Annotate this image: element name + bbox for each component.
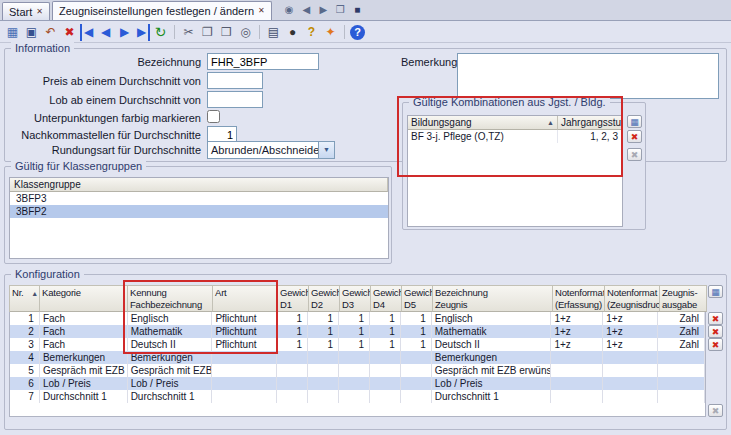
tab-close-icon[interactable]: ✕ [258, 7, 265, 15]
delete-row-icon[interactable]: ✖ [627, 130, 642, 143]
nav-next-icon[interactable]: ▶ [116, 24, 133, 41]
nav-last-icon[interactable]: ▶ [135, 24, 150, 41]
konfig-column-header[interactable]: Notenformat(Erfassung) [553, 286, 605, 312]
konfig-column-header[interactable]: BezeichnungZeugnis [433, 286, 553, 312]
tab-pin-icon[interactable]: ◉ [282, 3, 297, 17]
tab-label: Zeugniseinstellungen festlegen / ändern [59, 5, 254, 17]
table-cell: Lob / Preis [128, 377, 213, 390]
konfig-column-header[interactable]: Nr.▲ [10, 286, 40, 312]
konfig-column-header[interactable]: GewichtD4 [371, 286, 402, 312]
group-title: Information [11, 42, 74, 54]
delete-icon[interactable]: ✖ [61, 24, 78, 41]
table-cell [401, 390, 432, 403]
list-item-selected[interactable]: 3BFP2 [10, 205, 388, 218]
table-cell [212, 351, 277, 364]
konfig-column-header[interactable]: Notenformat(Zeugnisdruck) [605, 286, 660, 312]
column-header-jahrgangsstufe[interactable]: Jahrgangsstufe [558, 116, 622, 130]
table-row[interactable]: 1FachEnglischPflichtunt11111Englisch1+z1… [10, 312, 705, 325]
tab-menu-icon[interactable]: ■ [350, 3, 365, 17]
table-cell: Fach [40, 325, 128, 338]
table-row[interactable]: 5Gespräch mit EZB erwü..Gespräch mit EZB… [10, 364, 705, 377]
table-row[interactable]: 2FachMathematikPflichtunt11111Mathematik… [10, 325, 705, 338]
konfig-column-header[interactable]: GewichtD5 [402, 286, 433, 312]
nachkommastellen-label: Nachkommastellen für Durchschnitte [5, 129, 201, 141]
column-chooser-icon[interactable]: ▦ [708, 285, 723, 298]
table-cell [370, 351, 401, 364]
tab-scroll-left-icon[interactable]: ◀ [299, 3, 314, 17]
megaphone-icon[interactable]: ✦ [322, 24, 339, 41]
table-cell [308, 351, 339, 364]
delete-row-icon[interactable]: ✖ [708, 312, 723, 325]
column-header-bildungsgang[interactable]: Bildungsgang ▲ [408, 116, 558, 130]
bezeichnung-input[interactable] [207, 53, 319, 70]
bemerkung-textarea[interactable] [457, 53, 719, 99]
preis-input[interactable] [207, 72, 263, 89]
kombinationen-table: Bildungsgang ▲ Jahrgangsstufe BF 3-j. Pf… [407, 115, 623, 227]
preview-icon[interactable]: ◎ [237, 24, 254, 41]
tab-documents-icon[interactable]: ❐ [333, 3, 348, 17]
table-cell [339, 390, 370, 403]
table-cell: Zahl [658, 338, 705, 351]
table-cell: Gespräch mit EZB ... [128, 364, 213, 377]
cut-icon[interactable]: ✂ [180, 24, 197, 41]
list-item[interactable]: 3BFP3 [10, 192, 388, 205]
table-cell: 5 [10, 364, 40, 377]
print-icon[interactable]: ▤ [265, 24, 282, 41]
nav-first-icon[interactable]: ◀ [80, 24, 95, 41]
dropdown-arrow-icon[interactable]: ▼ [318, 142, 334, 158]
konfiguration-group: Konfiguration Nr.▲KategorieKennungFachbe… [4, 274, 727, 430]
konfig-column-header[interactable]: Kategorie [40, 286, 128, 312]
table-cell: 1+z [603, 338, 658, 351]
table-cell: 1 [308, 312, 339, 325]
table-row[interactable]: BF 3-j. Pflege (O,TZ) 1, 2, 3 [408, 130, 622, 143]
table-cell [339, 351, 370, 364]
table-cell [370, 377, 401, 390]
rundungsart-select[interactable]: Abrunden/Abschneiden ▼ [207, 141, 335, 159]
table-cell: 1 [401, 325, 432, 338]
table-cell: 1 [339, 325, 370, 338]
table-row[interactable]: 7Durchschnitt 1Durchschnitt 1Durchschnit… [10, 390, 705, 403]
table-row[interactable]: 3FachDeutsch IIPflichtunt11111Deutsch II… [10, 338, 705, 351]
konfig-column-header[interactable]: GewichtD3 [340, 286, 371, 312]
table-cell: 1 [277, 325, 308, 338]
help-icon[interactable]: ? [303, 24, 320, 41]
paste-icon[interactable]: ❒ [218, 24, 235, 41]
lob-label: Lob ab einem Durchschnitt von [5, 94, 201, 106]
konfig-column-header[interactable]: Art [213, 286, 278, 312]
form-view-icon[interactable]: ▦ [4, 24, 21, 41]
refresh-icon[interactable]: ↻ [152, 24, 169, 41]
about-icon[interactable]: ? [350, 25, 365, 40]
table-cell [603, 377, 658, 390]
lob-input[interactable] [207, 91, 263, 108]
column-chooser-icon[interactable]: ▦ [627, 115, 642, 128]
table-row[interactable]: 6Lob / PreisLob / PreisLob / Preis [10, 377, 705, 390]
column-header-klassengruppe[interactable]: Klassengruppe [10, 178, 388, 192]
table-cell: Englisch [432, 312, 552, 325]
table-cell: Deutsch II [432, 338, 552, 351]
table-cell [658, 377, 705, 390]
table-cell: Bemerkungen [432, 351, 552, 364]
tab-start[interactable]: Start ✕ [2, 2, 50, 20]
konfig-column-header[interactable]: GewichtD2 [309, 286, 340, 312]
undo-icon[interactable]: ↶ [42, 24, 59, 41]
nav-prev-icon[interactable]: ◀ [97, 24, 114, 41]
save-icon[interactable]: ▣ [23, 24, 40, 41]
delete-row-icon[interactable]: ✖ [708, 325, 723, 338]
table-cell [339, 377, 370, 390]
kombinationen-group: Gültige Kombinationen aus Jgst. / Bldg. … [402, 102, 646, 230]
tab-scroll-right-icon[interactable]: ▶ [316, 3, 331, 17]
sort-asc-icon: ▲ [547, 119, 554, 126]
copy-icon[interactable]: ❐ [199, 24, 216, 41]
konfig-column-header[interactable]: GewichtD1 [278, 286, 309, 312]
ellipse-icon[interactable]: ● [284, 24, 301, 41]
konfig-column-header[interactable]: Zeugnis-ausgabe [660, 286, 707, 312]
table-cell: 1 [401, 312, 432, 325]
tab-close-icon[interactable]: ✕ [36, 8, 43, 16]
table-cell: Mathematik [128, 325, 213, 338]
table-row[interactable]: 4BemerkungenBemerkungenBemerkungen [10, 351, 705, 364]
preis-label: Preis ab einem Durchschnitt von [5, 75, 201, 87]
tab-zeugniseinstellungen[interactable]: Zeugniseinstellungen festlegen / ändern … [52, 1, 272, 20]
konfig-column-header[interactable]: KennungFachbezeichnung [128, 286, 213, 312]
delete-row-icon[interactable]: ✖ [708, 338, 723, 351]
unterpunktungen-checkbox[interactable] [207, 110, 220, 123]
